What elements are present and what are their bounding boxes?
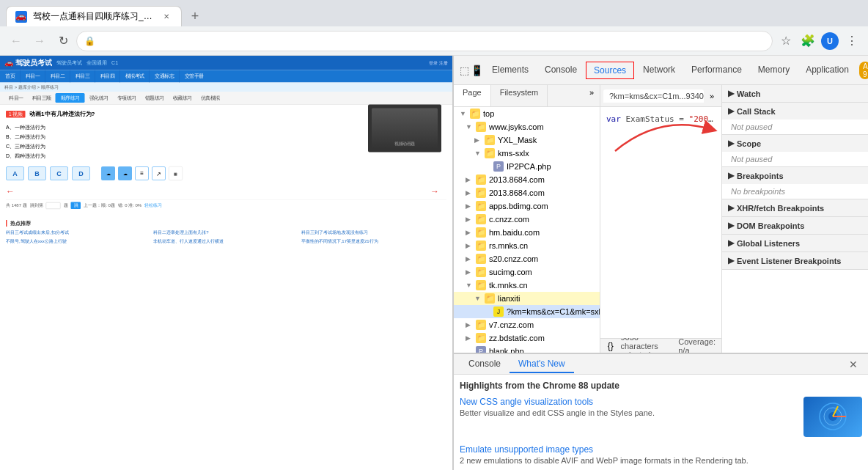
nav-mock[interactable]: 模拟考试 xyxy=(120,70,150,83)
devtools-tab-network[interactable]: Network xyxy=(636,62,683,79)
format-button[interactable]: {} xyxy=(606,339,615,353)
answer-d-btn[interactable]: D xyxy=(72,166,90,180)
nav-manual[interactable]: 交管手册 xyxy=(180,70,209,83)
tab-wrong[interactable]: 错题练习 xyxy=(141,93,169,103)
devtools-tab-elements[interactable]: Elements xyxy=(485,62,536,79)
breadcrumb: 科目 > 题库介绍 > 顺序练习 xyxy=(0,83,452,92)
tree-item-8684a[interactable]: ▶ 📁 2013.8684.com xyxy=(454,173,600,186)
tree-item-v7[interactable]: ▶ 📁 v7.cnzz.com xyxy=(454,318,600,331)
jump-label: 跳到第 xyxy=(30,202,43,209)
file-tree: ▼ 📁 top ▼ 📁 www.jsyks.com ▶ xyxy=(454,107,600,353)
cloud2-icon-btn[interactable]: ☁ xyxy=(118,166,132,180)
sidebar-tab-page[interactable]: Page xyxy=(454,85,491,106)
tree-item-rsmnks[interactable]: ▶ 📁 rs.mnks.cn xyxy=(454,239,600,252)
forward-button[interactable]: → xyxy=(29,31,50,51)
answer-c-btn[interactable]: C xyxy=(50,166,68,180)
nav-signs[interactable]: 交通标志 xyxy=(150,70,180,83)
tree-item-lianxiti[interactable]: ▼ 📁 lianxiti xyxy=(454,292,600,305)
answer-a-btn[interactable]: A xyxy=(6,166,24,180)
image-types-title[interactable]: Emulate unsupported image types xyxy=(460,444,862,455)
tree-item-kms[interactable]: ▼ 📁 kms-sxlx xyxy=(454,147,600,160)
new-tab-button[interactable]: + xyxy=(185,6,205,26)
tree-label-top: top xyxy=(483,109,494,118)
cloud-icon-btn[interactable]: ☁ xyxy=(101,166,115,180)
tree-item-ip2pca[interactable]: ▶ P IP2PCA.php xyxy=(454,160,600,173)
devtools-tab-sources[interactable]: Sources xyxy=(586,62,634,79)
tree-item-query-file[interactable]: ▶ J ?km=kms&cx=C1&mk=sxlx&... xyxy=(454,305,600,318)
call-stack-header[interactable]: ▶ Call Stack xyxy=(722,103,868,120)
prev-arrow[interactable]: ← xyxy=(6,186,15,197)
bottom-tab-console[interactable]: Console xyxy=(460,356,510,373)
sources-tab-active-file[interactable]: ?km=kms&cx=C1m...9340A895E1639A ✕ xyxy=(603,89,704,103)
devtools-inspect-button[interactable]: ⬚ xyxy=(460,62,469,79)
profile-button[interactable]: U xyxy=(820,31,840,51)
bottom-tab-whatsnew[interactable]: What's New xyxy=(510,356,574,373)
hot-item-5[interactable]: 非机动车道、行人速度通过人行横道 xyxy=(153,238,298,245)
hot-item-3[interactable]: 科目三到了考试场地,发现没有练习 xyxy=(301,230,446,236)
nav-k4[interactable]: 科目四 xyxy=(95,70,120,83)
bottom-close-button[interactable]: ✕ xyxy=(845,356,862,373)
tab-k1[interactable]: 科目一 xyxy=(4,93,28,103)
share-icon-btn[interactable]: ↗ xyxy=(152,166,166,180)
dom-header[interactable]: ▶ DOM Breakpoints xyxy=(722,217,868,234)
devtools-device-button[interactable]: 📱 xyxy=(471,62,483,79)
tree-item-tkmnks[interactable]: ▼ 📁 tk.mnks.cn xyxy=(454,279,600,292)
nav-home[interactable]: 首页 xyxy=(0,70,21,83)
url-input[interactable]: jsyks.com/kms-sxlx xyxy=(100,36,765,46)
sidebar-tab-filesystem[interactable]: Filesystem xyxy=(491,85,548,106)
global-header[interactable]: ▶ Global Listeners xyxy=(722,235,868,251)
extensions-button[interactable]: 🧩 xyxy=(798,31,818,51)
hot-item-4[interactable]: 不限号,驾驶人在xxx公路上行驶 xyxy=(6,238,151,245)
devtools-tab-performance[interactable]: Performance xyxy=(684,62,749,79)
css-angle-title[interactable]: New CSS angle visualization tools xyxy=(460,397,798,407)
tree-item-yxl[interactable]: ▶ 📁 YXL_Mask xyxy=(454,133,600,147)
toolbar-right: ☆ 🧩 U ⋮ xyxy=(776,31,862,51)
tree-item-s20[interactable]: ▶ 📁 s20.cnzz.com xyxy=(454,252,600,265)
tree-item-zz[interactable]: ▶ 📁 zz.bdstatic.com xyxy=(454,331,600,345)
event-header[interactable]: ▶ Event Listener Breakpoints xyxy=(722,252,868,269)
practice-mode[interactable]: 轻松练习 xyxy=(144,202,162,209)
tab-reinforce[interactable]: 强化练习 xyxy=(85,93,113,103)
devtools-tab-console[interactable]: Console xyxy=(537,62,584,79)
tree-item-baidu[interactable]: ▶ 📁 hm.baidu.com xyxy=(454,226,600,239)
devtools-tab-memory[interactable]: Memory xyxy=(751,62,797,79)
jump-button[interactable]: 跳 xyxy=(71,202,81,210)
devtools-tab-application[interactable]: Application xyxy=(798,62,856,79)
hot-item-2[interactable]: 科目二违章处理上面有几张? xyxy=(153,230,298,236)
sidebar-tab-more[interactable]: » xyxy=(584,85,600,106)
tree-item-8684b[interactable]: ▶ 📁 2013.8684.com xyxy=(454,186,600,199)
tab-seq[interactable]: 顺序练习 xyxy=(56,93,85,103)
tree-item-sucimg[interactable]: ▶ 📁 sucimg.com xyxy=(454,265,600,279)
xhr-header[interactable]: ▶ XHR/fetch Breakpoints xyxy=(722,199,868,216)
bookmark-button[interactable]: ☆ xyxy=(776,31,796,51)
active-tab[interactable]: 🚗 驾校一点通科目四顺序练习_小车科 ✕ xyxy=(6,6,182,26)
tab-special[interactable]: 专项练习 xyxy=(113,93,141,103)
tree-item-blank[interactable]: ▶ P blank.php xyxy=(454,345,600,353)
nav-k3[interactable]: 科目三 xyxy=(70,70,95,83)
hot-item-6[interactable]: 平衡性的不同情况下,17英里速度21行为 xyxy=(301,238,446,245)
nav-k2[interactable]: 科目二 xyxy=(45,70,70,83)
sources-main-tab-more[interactable]: » xyxy=(705,89,718,103)
tree-item-top[interactable]: ▼ 📁 top xyxy=(454,107,600,120)
tab-k3[interactable]: 科目三顺 xyxy=(28,93,56,103)
scope-header[interactable]: ▶ Scope xyxy=(722,135,868,152)
back-button[interactable]: ← xyxy=(6,31,26,51)
settings-button[interactable]: ⋮ xyxy=(842,31,862,51)
tab-sim[interactable]: 仿真模拟 xyxy=(196,93,224,103)
jump-input[interactable] xyxy=(46,202,61,209)
tree-item-jsyks[interactable]: ▼ 📁 www.jsyks.com xyxy=(454,120,600,133)
nav-k1[interactable]: 科目一 xyxy=(21,70,45,83)
tree-item-apps[interactable]: ▶ 📁 apps.bdimg.com xyxy=(454,199,600,213)
sources-code-area[interactable]: var ExamStatus = "200";var ExamMsg = "";… xyxy=(600,107,721,338)
tab-close-button[interactable]: ✕ xyxy=(161,11,172,23)
list-icon-btn[interactable]: ≡ xyxy=(135,166,149,180)
next-arrow[interactable]: → xyxy=(430,186,439,197)
breakpoints-header[interactable]: ▶ Breakpoints xyxy=(722,167,868,184)
watch-header[interactable]: ▶ Watch xyxy=(722,85,868,102)
option-d[interactable]: D、四种违法行为 xyxy=(6,151,446,161)
reload-button[interactable]: ↻ xyxy=(53,31,73,51)
tab-collect[interactable]: 收藏练习 xyxy=(169,93,196,103)
tree-item-cnzz[interactable]: ▶ 📁 c.cnzz.com xyxy=(454,213,600,226)
answer-b-btn[interactable]: B xyxy=(28,166,46,180)
hot-item-1[interactable]: 科目三考试成绩出来后,扣分考试 xyxy=(6,230,151,236)
